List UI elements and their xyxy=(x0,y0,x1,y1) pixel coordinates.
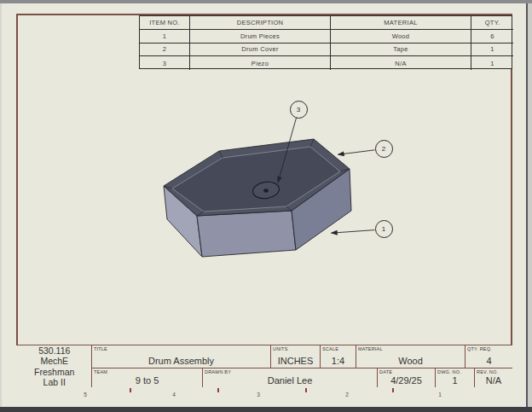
titleblock-team-cell[interactable]: TEAM 9 to 5 xyxy=(91,368,202,387)
balloon-3-label: 3 xyxy=(297,106,300,113)
scale-label: SCALE xyxy=(322,346,338,351)
piezo-center-dot xyxy=(263,189,269,192)
titleblock-dwg-no-cell[interactable]: DWG. NO. 1 xyxy=(435,368,474,387)
titleblock-drawn-by-cell[interactable]: DRAWN BY Daniel Lee xyxy=(202,368,377,387)
drum-face-center[interactable] xyxy=(197,211,296,257)
bom-cell[interactable]: 3 xyxy=(140,56,190,70)
bom-table[interactable]: ITEM NO. DESCRIPTION MATERIAL QTY. 1 Dru… xyxy=(139,15,512,69)
team-label: TEAM xyxy=(94,369,107,374)
material-label: MATERIAL xyxy=(358,346,383,351)
bom-header-item-no[interactable]: ITEM NO. xyxy=(140,16,190,30)
course-line: 530.116 xyxy=(38,345,70,357)
zone-tick xyxy=(217,388,219,392)
rev-no-value: N/A xyxy=(475,375,512,386)
qty-req-label: QTY. REQ. xyxy=(467,346,492,351)
material-value: Wood xyxy=(356,356,465,366)
zone-number: 5 xyxy=(84,392,87,397)
drawn-by-label: DRAWN BY xyxy=(205,369,231,374)
rev-no-label: REV. NO. xyxy=(477,369,498,374)
dwg-no-label: DWG. NO. xyxy=(437,369,461,374)
course-line: MechE xyxy=(40,356,68,367)
bom-header-description[interactable]: DESCRIPTION xyxy=(190,16,331,30)
bom-cell[interactable]: Tape xyxy=(331,44,471,57)
titleblock-scale-cell[interactable]: SCALE 1:4 xyxy=(320,345,356,368)
title-value: Drum Assembly xyxy=(92,356,270,366)
bom-cell[interactable]: N/A xyxy=(331,56,471,70)
titleblock-units-cell[interactable]: UNITS INCHES xyxy=(270,345,320,368)
bom-cell[interactable]: Drum Cover xyxy=(190,44,331,57)
zone-number: 3 xyxy=(257,392,260,397)
bom-cell[interactable]: 6 xyxy=(471,30,513,44)
course-line: Freshman xyxy=(34,367,74,378)
zone-number: 4 xyxy=(172,392,176,397)
qty-req-value: 4 xyxy=(466,356,512,366)
bom-cell[interactable]: Piezo xyxy=(190,56,331,70)
titleblock-title-cell[interactable]: TITLE Drum Assembly xyxy=(91,345,270,368)
date-value: 4/29/25 xyxy=(378,375,435,386)
zone-number: 1 xyxy=(438,392,442,397)
units-label: UNITS xyxy=(273,346,288,351)
titleblock-course-cell[interactable]: 530.116 MechE Freshman Lab II xyxy=(16,345,93,387)
balloon-2-label: 2 xyxy=(382,145,385,153)
balloon-3[interactable]: 3 xyxy=(290,101,308,119)
zone-number: 2 xyxy=(345,392,349,397)
course-line: Lab II xyxy=(43,377,66,388)
drawn-by-value: Daniel Lee xyxy=(203,375,377,386)
balloon-1-label: 1 xyxy=(382,225,385,233)
dwg-no-value: 1 xyxy=(436,375,474,386)
team-value: 9 to 5 xyxy=(92,375,202,386)
scale-value: 1:4 xyxy=(321,356,356,366)
bom-header-qty[interactable]: QTY. xyxy=(471,16,513,30)
bom-cell[interactable]: 1 xyxy=(471,44,513,57)
titleblock-qty-req-cell[interactable]: QTY. REQ. 4 xyxy=(465,345,512,368)
bom-cell[interactable]: 1 xyxy=(140,30,190,44)
bom-cell[interactable]: 1 xyxy=(471,56,513,70)
titleblock-rev-no-cell[interactable]: REV. NO. N/A xyxy=(474,368,512,387)
bom-cell[interactable]: Wood xyxy=(331,30,471,44)
bom-cell[interactable]: Drum Pieces xyxy=(190,30,331,44)
titleblock-material-cell[interactable]: MATERIAL Wood xyxy=(356,345,465,368)
bom-cell[interactable]: 2 xyxy=(140,44,190,57)
title-label: TITLE xyxy=(94,346,107,351)
zone-tick xyxy=(130,388,131,392)
titleblock-date-cell[interactable]: DATE 4/29/25 xyxy=(377,368,435,387)
date-label: DATE xyxy=(379,369,392,374)
zone-tick xyxy=(305,388,307,392)
bom-header-material[interactable]: MATERIAL xyxy=(331,16,471,30)
units-value: INCHES xyxy=(271,356,320,366)
zone-tick xyxy=(392,388,394,392)
balloon-2[interactable]: 2 xyxy=(375,140,393,158)
balloon-1[interactable]: 1 xyxy=(375,220,393,238)
